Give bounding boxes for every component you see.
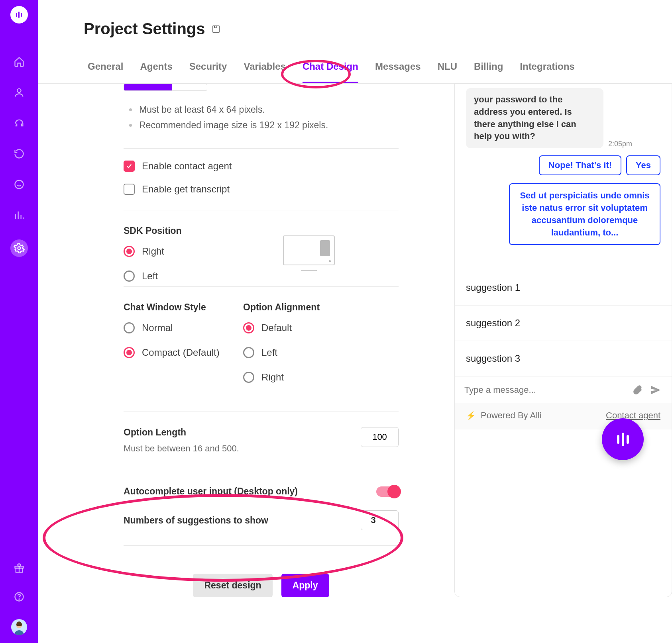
- sdk-position-title: SDK Position: [84, 225, 399, 236]
- home-icon[interactable]: [13, 55, 26, 68]
- option-length-hint: Must be between 16 and 500.: [124, 443, 239, 454]
- option-length-title: Option Length: [124, 427, 239, 438]
- app-logo[interactable]: [10, 6, 28, 24]
- attachment-icon[interactable]: [632, 384, 643, 396]
- tab-integrations[interactable]: Integrations: [520, 61, 574, 83]
- analytics-icon[interactable]: [13, 209, 26, 222]
- style-normal-radio[interactable]: [124, 322, 135, 333]
- req-line: Must be at least 64 x 64 pixels.: [138, 102, 399, 118]
- align-right-radio[interactable]: [243, 372, 254, 383]
- message-input[interactable]: [464, 385, 625, 395]
- align-left-radio[interactable]: [243, 347, 254, 358]
- color-progress: [124, 84, 207, 91]
- monitor-illustration: [283, 235, 335, 271]
- headset-icon[interactable]: [13, 117, 26, 129]
- logo-bars-icon: [617, 433, 629, 446]
- suggestions-count-label: Numbers of suggestions to show: [124, 515, 268, 526]
- chat-icon[interactable]: [13, 178, 26, 191]
- req-line: Recommended image size is 192 x 192 pixe…: [138, 118, 399, 133]
- sdk-right-radio[interactable]: [124, 246, 135, 257]
- tab-billing[interactable]: Billing: [474, 61, 503, 83]
- suggestion-item[interactable]: suggestion 1: [455, 270, 672, 306]
- enable-get-transcript-checkbox[interactable]: [124, 184, 135, 195]
- chat-preview: your password to the address you entered…: [454, 84, 672, 597]
- tab-variables[interactable]: Variables: [244, 61, 285, 83]
- save-icon[interactable]: [211, 24, 221, 34]
- tab-chat-design[interactable]: Chat Design: [303, 61, 358, 83]
- chat-launcher-fab[interactable]: [602, 418, 644, 460]
- align-right-label: Right: [261, 372, 284, 383]
- powered-by-label: Powered By Alli: [481, 410, 542, 421]
- svg-rect-8: [213, 26, 219, 32]
- sdk-left-radio[interactable]: [124, 271, 135, 282]
- suggestion-list: suggestion 1 suggestion 2 suggestion 3: [455, 270, 672, 376]
- autocomplete-title: Autocomplete user input (Desktop only): [124, 486, 298, 497]
- style-compact-label: Compact (Default): [142, 347, 220, 358]
- enable-get-transcript-label: Enable get transcript: [142, 184, 230, 195]
- chevron-down-icon: [383, 518, 389, 523]
- align-default-label: Default: [261, 322, 292, 333]
- svg-point-0: [17, 89, 21, 92]
- svg-point-2: [18, 247, 20, 250]
- svg-point-1: [15, 180, 23, 189]
- contact-agent-link[interactable]: Contact agent: [606, 410, 660, 421]
- align-default-radio[interactable]: [243, 322, 254, 333]
- sidebar: [0, 0, 38, 643]
- reset-design-button[interactable]: Reset design: [193, 574, 272, 597]
- tabs: General Agents Security Variables Chat D…: [38, 38, 672, 84]
- tab-messages[interactable]: Messages: [375, 61, 421, 83]
- send-icon[interactable]: [649, 384, 662, 396]
- chat-style-title: Chat Window Style: [84, 302, 243, 313]
- option-align-title: Option Alignment: [243, 302, 320, 313]
- style-compact-radio[interactable]: [124, 347, 135, 358]
- sdk-right-label: Right: [142, 246, 164, 257]
- settings-icon[interactable]: [10, 239, 28, 257]
- tab-agents[interactable]: Agents: [140, 61, 172, 83]
- bot-message: your password to the address you entered…: [466, 88, 603, 148]
- tab-nlu[interactable]: NLU: [438, 61, 457, 83]
- bolt-icon: ⚡: [466, 411, 476, 420]
- gift-icon[interactable]: [13, 562, 26, 574]
- user-icon[interactable]: [13, 86, 26, 99]
- tab-security[interactable]: Security: [189, 61, 227, 83]
- quick-reply-lorem[interactable]: Sed ut perspiciatis unde omnis iste natu…: [509, 183, 660, 245]
- user-avatar[interactable]: [11, 619, 27, 635]
- svg-point-6: [19, 599, 19, 599]
- refresh-icon[interactable]: [13, 147, 26, 160]
- quick-reply-nope[interactable]: Nope! That's it!: [539, 155, 621, 175]
- suggestion-item[interactable]: suggestion 3: [455, 341, 672, 376]
- align-left-label: Left: [261, 347, 277, 358]
- page-title: Project Settings: [84, 20, 205, 38]
- tab-general[interactable]: General: [88, 61, 123, 83]
- suggestion-item[interactable]: suggestion 2: [455, 306, 672, 341]
- style-normal-label: Normal: [142, 322, 173, 333]
- help-icon[interactable]: [13, 590, 26, 603]
- enable-contact-agent-checkbox[interactable]: [124, 161, 135, 172]
- sdk-left-label: Left: [142, 271, 158, 282]
- suggestions-count-select[interactable]: 3: [361, 510, 399, 530]
- suggestions-count-value: 3: [371, 515, 375, 525]
- option-length-input[interactable]: [361, 427, 399, 447]
- autocomplete-toggle[interactable]: [376, 486, 399, 497]
- image-requirements: Must be at least 64 x 64 pixels. Recomme…: [84, 102, 399, 133]
- message-time: 2:05pm: [608, 140, 632, 148]
- quick-reply-yes[interactable]: Yes: [626, 155, 660, 175]
- enable-contact-agent-label: Enable contact agent: [142, 161, 232, 172]
- logo-bars-icon: [16, 12, 22, 18]
- apply-button[interactable]: Apply: [281, 574, 329, 597]
